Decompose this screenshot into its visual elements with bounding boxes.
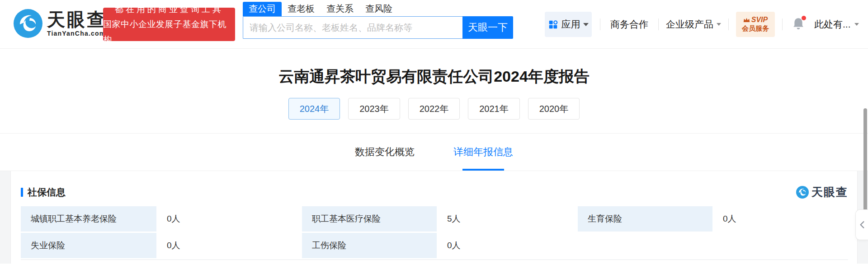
- notification-dot: [802, 16, 806, 20]
- chevron-left-icon: [859, 221, 865, 229]
- report-header: 云南通昇茶叶贸易有限责任公司2024年度报告 2024年2023年2022年20…: [0, 49, 868, 134]
- search-row: 天眼一下: [243, 16, 513, 39]
- page-title: 云南通昇茶叶贸易有限责任公司2024年度报告: [0, 67, 868, 86]
- apps-grid-icon: [548, 20, 558, 29]
- nav-cooperation[interactable]: 商务合作: [610, 18, 648, 31]
- year-tab[interactable]: 2024年: [288, 98, 340, 120]
- report-tab[interactable]: 数据变化概览: [353, 134, 416, 171]
- social-insurance-table: 城镇职工基本养老保险0人职工基本医疗保险5人生育保险0人失业保险0人工伤保险0人: [21, 206, 848, 260]
- cell-label: 失业保险: [21, 233, 156, 258]
- header: 天眼查 TianYanCha.com 都在用的商业查询工具 国家中小企业发展子基…: [0, 0, 868, 49]
- user-name: 此处有...: [814, 18, 851, 31]
- cell-value: 0人: [714, 206, 848, 232]
- tianyancha-logo[interactable]: 天眼查 TianYanCha.com: [14, 9, 107, 38]
- search-tab[interactable]: 查老板: [288, 2, 315, 16]
- cell-value: 0人: [158, 206, 301, 232]
- cell-label: 工伤保险: [302, 233, 437, 258]
- cell-label: 职工基本医疗保险: [302, 206, 437, 232]
- page: 天眼查 TianYanCha.com 都在用的商业查询工具 国家中小企业发展子基…: [0, 0, 868, 264]
- cell-value: 0人: [158, 233, 301, 258]
- chevron-down-icon: [854, 23, 859, 26]
- section-header: 社保信息 天眼查: [21, 185, 848, 200]
- cell-value: 0人: [438, 233, 576, 258]
- enterprise-label: 企业级产品: [666, 18, 713, 31]
- divider: [658, 19, 659, 30]
- year-tab[interactable]: 2023年: [348, 98, 400, 120]
- report-tab[interactable]: 详细年报信息: [452, 134, 515, 171]
- slogan-banner: 都在用的商业查询工具 国家中小企业发展子基金旗下机构: [103, 8, 235, 41]
- table-row: 城镇职工基本养老保险0人职工基本医疗保险5人生育保险0人: [21, 206, 848, 232]
- logo-text: 天眼查 TianYanCha.com: [47, 10, 107, 37]
- search-input[interactable]: [243, 16, 462, 39]
- section-marker: [21, 188, 23, 197]
- search-block: 查公司查老板查关系查风险 天眼一下: [243, 5, 513, 39]
- section-title: 社保信息: [28, 186, 66, 199]
- cell-value: 5人: [438, 206, 576, 232]
- scrollbar-thumb[interactable]: [863, 108, 867, 217]
- chevron-down-icon: [717, 23, 721, 26]
- year-tabs: 2024年2023年2022年2021年2020年: [0, 98, 868, 120]
- svip-label: SVIP: [751, 16, 768, 24]
- cell-label: 生育保险: [578, 206, 712, 232]
- apps-button[interactable]: 应用: [545, 12, 592, 37]
- notifications-button[interactable]: [793, 17, 804, 32]
- chevron-down-icon: [583, 23, 589, 26]
- apps-label: 应用: [561, 18, 580, 31]
- slogan-line2: 国家中小企业发展子基金旗下机构: [103, 17, 235, 47]
- tianyancha-watermark-icon: [796, 186, 809, 199]
- tianyancha-logo-icon: [14, 9, 42, 38]
- user-menu[interactable]: 此处有...: [814, 18, 859, 31]
- annual-report-card: 社保信息 天眼查 城镇职工基本养老保险0人职工基本医疗保险5人生育保险0人失业保…: [10, 171, 858, 264]
- logo-brand: 天眼查: [47, 10, 107, 29]
- watermark-logo: 天眼查: [796, 185, 848, 199]
- search-tab[interactable]: 查公司: [243, 2, 282, 16]
- svip-sublabel: 会员服务: [742, 24, 769, 33]
- divider: [600, 19, 600, 30]
- svip-membership-button[interactable]: SVIP 会员服务: [736, 12, 775, 37]
- cell-label: 城镇职工基本养老保险: [21, 206, 156, 232]
- cell-empty: [714, 233, 848, 258]
- crown-icon: [743, 17, 750, 23]
- nav-enterprise-products[interactable]: 企业级产品: [666, 18, 721, 31]
- divider: [728, 19, 729, 30]
- divider: [782, 19, 783, 30]
- active-tab-underline: [462, 169, 504, 171]
- table-row: 失业保险0人工伤保险0人: [21, 233, 848, 258]
- header-nav: 应用 商务合作 企业级产品 SVIP 会员服务: [545, 11, 859, 37]
- search-tab[interactable]: 查风险: [365, 2, 392, 16]
- year-tab[interactable]: 2020年: [528, 98, 580, 120]
- search-button[interactable]: 天眼一下: [462, 16, 513, 39]
- content-area: 社保信息 天眼查 城镇职工基本养老保险0人职工基本医疗保险5人生育保险0人失业保…: [0, 171, 868, 264]
- year-tab[interactable]: 2021年: [468, 98, 520, 120]
- search-tabs: 查公司查老板查关系查风险: [243, 5, 513, 16]
- logo-domain: TianYanCha.com: [47, 30, 107, 37]
- cell-empty: [578, 233, 712, 258]
- watermark-brand: 天眼查: [811, 185, 848, 199]
- report-tabs: 数据变化概览详细年报信息: [0, 134, 868, 171]
- search-tab[interactable]: 查关系: [326, 2, 354, 16]
- slogan-line1: 都在用的商业查询工具: [115, 2, 223, 17]
- year-tab[interactable]: 2022年: [408, 98, 460, 120]
- side-panel-toggle[interactable]: [855, 209, 868, 240]
